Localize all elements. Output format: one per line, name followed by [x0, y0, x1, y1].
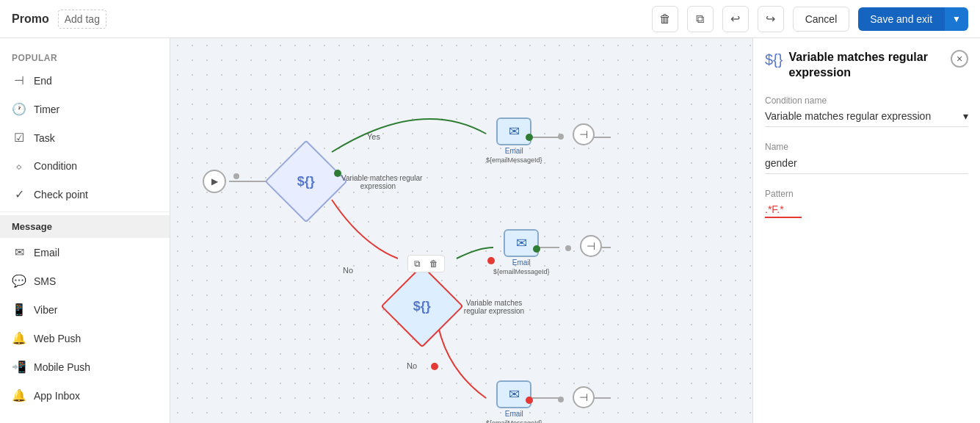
save-dropdown-button[interactable]: ▼ [944, 7, 968, 31]
save-button-group: Save and exit ▼ [858, 7, 968, 31]
email-node-3[interactable]: ✉ Email ${emailMessageId} [486, 380, 542, 423]
sidebar-item-appinbox-label: App Inbox [34, 390, 80, 402]
checkpoint-icon: ✓ [12, 187, 26, 201]
diamond-node-2[interactable]: ${} Variable matchesregular expression ⧉… [393, 277, 451, 336]
diamond-shape-2[interactable]: ${} [380, 264, 463, 347]
undo-button[interactable]: ↩ [722, 6, 749, 32]
sidebar-item-sms[interactable]: 💬 SMS [0, 267, 170, 295]
diamond-label-1: Variable matches regularexpression [341, 174, 415, 190]
exit-node-3[interactable]: ⊣ [573, 386, 595, 408]
sidebar-item-email[interactable]: ✉ Email [0, 238, 170, 267]
viber-icon: 📱 [12, 303, 26, 317]
sidebar-item-mobilepush[interactable]: 📲 Mobile Push [0, 352, 170, 381]
cancel-button[interactable]: Cancel [793, 7, 850, 32]
toolbar-copy-btn[interactable]: ⧉ [411, 257, 424, 270]
condition-name-field: Condition name Variable matches regular … [765, 95, 968, 127]
email-node-inner-1[interactable]: ✉ Email ${emailMessageId} [486, 118, 542, 164]
email-connector-gray-3 [558, 397, 564, 402]
project-title: Promo [12, 12, 49, 26]
sidebar-item-task-label: Task [34, 132, 55, 144]
sidebar-item-viber[interactable]: 📱 Viber [0, 295, 170, 324]
sidebar-item-appinbox[interactable]: 🔔 App Inbox [0, 381, 170, 410]
sidebar-item-task[interactable]: ☑ Task [0, 123, 170, 152]
pattern-error-line [765, 217, 802, 218]
email-connector-green-1 [526, 134, 533, 141]
sidebar-item-checkpoint-label: Check point [34, 189, 88, 200]
panel-title: Variable matches regular expression [788, 50, 951, 81]
sidebar-item-webpush-label: Web Push [34, 333, 81, 344]
panel-header: ${} Variable matches regular expression … [765, 50, 968, 81]
name-field: Name [765, 142, 968, 174]
right-panel: ${} Variable matches regular expression … [752, 38, 980, 423]
email-connector-red-3 [526, 397, 533, 404]
save-button[interactable]: Save and exit [858, 7, 944, 31]
delete-button[interactable]: 🗑 [652, 6, 678, 32]
exit-node-2[interactable]: ⊣ [580, 235, 602, 257]
start-node[interactable]: ▶ [203, 170, 226, 193]
sidebar-item-viber-label: Viber [34, 304, 57, 316]
panel-title-icon: ${} [765, 51, 783, 68]
mobilepush-icon: 📲 [12, 360, 26, 374]
yes-connector-dot-1 [334, 170, 341, 177]
message-section-label: Message [0, 215, 170, 238]
pattern-label: Pattern [765, 189, 968, 199]
header: Promo Add tag 🗑 ⧉ ↩ ↪ Cancel Save and ex… [0, 0, 980, 38]
redo-button[interactable]: ↪ [758, 6, 784, 32]
email-connector-green-2 [533, 245, 540, 253]
email-label-3: Email [505, 410, 523, 418]
webpush-icon: 🔔 [12, 331, 26, 345]
sidebar-item-timer[interactable]: 🕐 Timer [0, 95, 170, 123]
condition-icon: ⬦ [12, 159, 26, 173]
email-label-1: Email [505, 147, 523, 155]
exit-icon-1[interactable]: ⊣ [573, 123, 595, 145]
sidebar-item-email-label: Email [34, 247, 59, 258]
sidebar-item-condition[interactable]: ⬦ Condition [0, 152, 170, 180]
connector-dot-1 [233, 173, 239, 179]
canvas[interactable]: ▶ ${} Variable matches regularexpression… [170, 38, 752, 423]
sidebar-item-webpush[interactable]: 🔔 Web Push [0, 324, 170, 352]
email-label-2: Email [512, 258, 531, 267]
flow-svg [170, 38, 752, 423]
diamond-shape-1[interactable]: ${} [264, 140, 347, 223]
play-button[interactable]: ▶ [203, 170, 226, 193]
email-node-1[interactable]: ✉ Email ${emailMessageId} [486, 118, 542, 164]
email-box-2[interactable]: ✉ [504, 229, 539, 257]
sidebar-divider [0, 212, 170, 212]
no-connector-dot-2 [431, 363, 438, 370]
email-id-1: ${emailMessageId} [486, 156, 542, 164]
email-icon: ✉ [12, 245, 26, 259]
name-input[interactable] [765, 157, 968, 174]
email-box-3[interactable]: ✉ [496, 380, 531, 408]
condition-name-label: Condition name [765, 95, 968, 106]
sidebar: Popular ⊣ End 🕐 Timer ☑ Task ⬦ Condition… [0, 38, 170, 423]
email-box-1[interactable]: ✉ [496, 118, 531, 145]
email-node-inner-2[interactable]: ✉ Email ${emailMessageId} [493, 229, 550, 275]
condition-name-value: Variable matches regular expression [765, 110, 931, 122]
main-layout: Popular ⊣ End 🕐 Timer ☑ Task ⬦ Condition… [0, 38, 980, 423]
add-tag-button[interactable]: Add tag [58, 10, 106, 29]
email-connector-gray-2 [565, 245, 571, 251]
toolbar-delete-btn[interactable]: 🗑 [427, 257, 441, 270]
email-id-2: ${emailMessageId} [493, 268, 550, 275]
pattern-field: Pattern .*F.* [765, 189, 968, 218]
exit-node-1[interactable]: ⊣ [573, 123, 595, 145]
sidebar-item-end[interactable]: ⊣ End [0, 66, 170, 95]
pattern-value: .*F.* [765, 203, 968, 215]
yes-label-1: Yes [367, 132, 380, 141]
email-connector-gray-1 [558, 134, 564, 140]
email-node-inner-3[interactable]: ✉ Email ${emailMessageId} [486, 380, 542, 423]
timer-icon: 🕐 [12, 102, 26, 116]
email-node-2[interactable]: ✉ Email ${emailMessageId} [493, 229, 550, 275]
exit-icon-3[interactable]: ⊣ [573, 386, 595, 408]
chevron-down-icon: ▾ [963, 110, 968, 122]
sidebar-item-checkpoint[interactable]: ✓ Check point [0, 180, 170, 209]
sidebar-item-timer-label: Timer [34, 104, 59, 115]
diamond-icon-1: ${} [297, 174, 315, 189]
copy-button[interactable]: ⧉ [687, 6, 714, 32]
condition-name-select[interactable]: Variable matches regular expression ▾ [765, 110, 968, 127]
exit-icon-2[interactable]: ⊣ [580, 235, 602, 257]
sidebar-item-sms-label: SMS [34, 275, 56, 287]
panel-close-button[interactable]: × [951, 50, 968, 68]
no-label-1: No [343, 266, 353, 275]
diamond-node-1[interactable]: ${} Variable matches regularexpression [277, 152, 335, 211]
